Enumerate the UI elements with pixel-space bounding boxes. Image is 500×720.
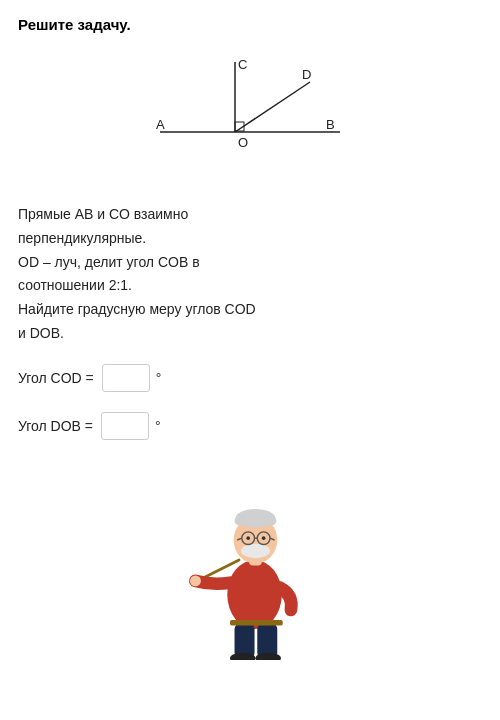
svg-line-2 <box>235 82 310 132</box>
problem-line-3: OD – луч, делит угол COB в <box>18 251 482 275</box>
page-container: Решите задачу. A B C D <box>0 0 500 720</box>
svg-text:C: C <box>238 57 247 72</box>
svg-text:O: O <box>238 135 248 150</box>
content-area: Решите задачу. A B C D <box>0 0 500 720</box>
dob-label: Угол DOB = <box>18 418 93 434</box>
svg-rect-18 <box>235 516 277 525</box>
svg-text:D: D <box>302 67 311 82</box>
problem-line-5: Найдите градусную меру углов COD <box>18 298 482 322</box>
diagram-container: A B C D O <box>18 47 482 187</box>
svg-rect-27 <box>230 620 283 625</box>
cod-degree-sign: ° <box>156 370 162 386</box>
cod-label: Угол COD = <box>18 370 94 386</box>
problem-line-2: перпендикулярные. <box>18 227 482 251</box>
dob-input-row: Угол DOB = ° <box>18 412 482 440</box>
cod-input-row: Угол COD = ° <box>18 364 482 392</box>
problem-line-4: соотношении 2:1. <box>18 274 482 298</box>
svg-text:B: B <box>326 117 335 132</box>
svg-point-10 <box>227 560 282 629</box>
cod-input[interactable] <box>102 364 150 392</box>
geometry-diagram: A B C D O <box>150 47 350 187</box>
teacher-illustration <box>18 460 482 660</box>
svg-point-25 <box>246 536 250 540</box>
svg-text:A: A <box>156 117 165 132</box>
teacher-svg <box>170 460 330 660</box>
problem-line-6: и DOB. <box>18 322 482 346</box>
dob-degree-sign: ° <box>155 418 161 434</box>
dob-input[interactable] <box>101 412 149 440</box>
svg-point-28 <box>190 575 201 586</box>
page-title: Решите задачу. <box>18 16 482 33</box>
problem-line-1: Прямые AB и CO взаимно <box>18 203 482 227</box>
svg-point-19 <box>241 543 270 558</box>
svg-point-26 <box>262 536 266 540</box>
problem-text: Прямые AB и CO взаимно перпендикулярные.… <box>18 203 482 346</box>
